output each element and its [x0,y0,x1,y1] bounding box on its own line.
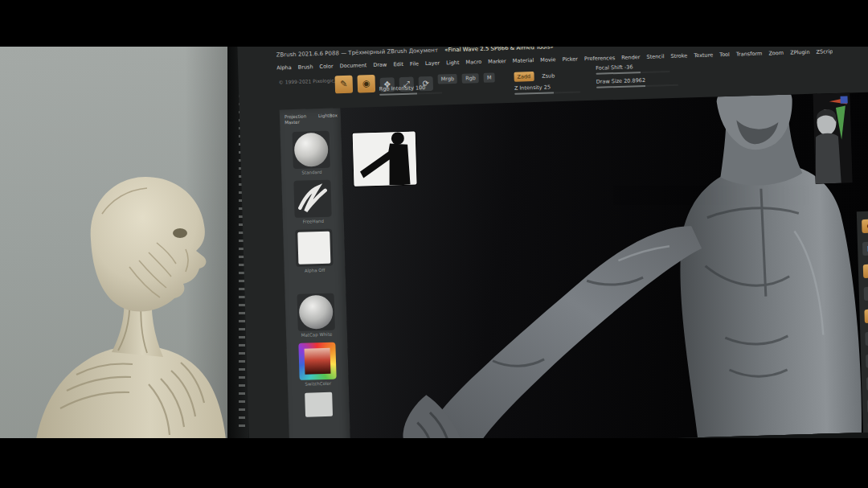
photo-scene: ZBrush 2021.6.6 P088 — Трёхмерный ZBrush… [0,47,868,438]
render-pass-icon[interactable]: ▤ [862,241,868,256]
document-canvas[interactable]: ◐ ▤ ✥ ◎ ▣ ▥ ⊞ ↔ ⤢ ⟳ [341,92,868,438]
left-tray: Projection Master LightBox Standard Free… [280,108,352,438]
silhouette-figure-icon [353,131,417,186]
letterbox-bottom [0,438,868,488]
stroke-label: FreeHand [283,218,344,224]
anatomy-sculpture-graphic [28,166,237,438]
z-intensity-slider[interactable]: Z Intensity 25 [514,83,580,94]
reference-portrait-graphic [813,92,852,183]
current-material-thumbnail[interactable] [297,293,335,331]
current-alpha-thumbnail[interactable] [295,229,333,267]
rgb-toggle[interactable]: Rgb [462,73,479,84]
aa-half-icon[interactable]: ▥ [865,331,868,346]
focal-shift-track[interactable] [596,71,669,75]
focal-shift-label: Focal Shift -36 [596,64,633,71]
lightbox-button[interactable]: LightBox [318,113,338,124]
zbrush-window: ZBrush 2021.6.6 P088 — Трёхмерный ZBrush… [237,47,868,438]
picker-label: SwitchColor [288,380,349,387]
figure-arm [417,226,707,438]
letterbox-top [0,0,868,47]
monitor: ZBrush 2021.6.6 P088 — Трёхмерный ZBrush… [227,47,868,438]
alpha-label: Alpha Off [285,267,346,273]
brush-label: Standard [281,169,342,175]
current-brush-thumbnail[interactable] [293,131,330,169]
app-title: ZBrush 2021.6.6 P088 — Трёхмерный ZBrush… [276,47,438,59]
rgb-intensity-slider[interactable]: Rgb Intensity 100 [379,84,442,95]
alpha-square-icon [297,232,330,265]
current-stroke-thumbnail[interactable] [293,180,331,218]
session-label: «Final Wave 2.5 SP866 & Aimed Tools» [444,47,554,53]
draw-size-track[interactable] [596,84,678,88]
projection-master-button[interactable]: Projection Master [285,113,318,125]
material-sphere-icon [299,295,334,330]
blue-square-icon [841,96,848,104]
zsub-toggle[interactable]: Zsub [538,71,558,81]
edit-icon: ✎ [340,79,348,89]
draw-button[interactable]: ◉ [357,75,375,93]
actual-size-icon[interactable]: ▣ [864,309,868,323]
zoom-icon[interactable]: ◎ [864,286,868,301]
scroll-icon[interactable]: ✥ [863,264,868,278]
figure-torso [677,161,862,438]
reference-portrait-thumbnail [813,92,852,183]
zadd-toggle[interactable]: Zadd [514,72,534,82]
z-intensity-track[interactable] [514,91,580,94]
menu-item-brush[interactable]: Brush [298,64,313,71]
anatomy-sculpture [28,166,237,438]
z-intensity-label: Z Intensity 25 [514,84,551,91]
draw-icon: ◉ [362,78,371,88]
menu-item-alpha[interactable]: Alpha [276,64,292,72]
brush-sphere-icon [294,133,329,167]
sculpture-head [91,177,207,312]
color-picker[interactable] [298,342,336,380]
bpr-icon[interactable]: ◐ [862,219,868,233]
material-label: MatCap White [286,331,347,338]
rgb-intensity-label: Rgb Intensity 100 [379,84,426,92]
silhouette-thumbnail [353,131,417,186]
current-color-swatch[interactable] [305,392,333,417]
color-picker-gradient[interactable] [305,348,331,375]
menu-item-color[interactable]: Color [319,63,333,70]
rgb-intensity-track[interactable] [379,92,442,95]
sculpture-eye-socket [173,228,187,238]
focal-shift-slider[interactable]: Focal Shift -36 [596,63,669,75]
sculpture-torso [36,346,226,438]
draw-size-label: Draw Size 20.8962 [596,77,646,85]
sculpt-figure [341,92,868,438]
edit-button[interactable]: ✎ [334,76,353,94]
stroke-squiggle-icon [293,180,331,218]
draw-size-slider[interactable]: Draw Size 20.8962 [596,76,678,88]
mrgb-toggle[interactable]: Mrgb [437,74,457,84]
m-toggle[interactable]: M [484,73,495,83]
